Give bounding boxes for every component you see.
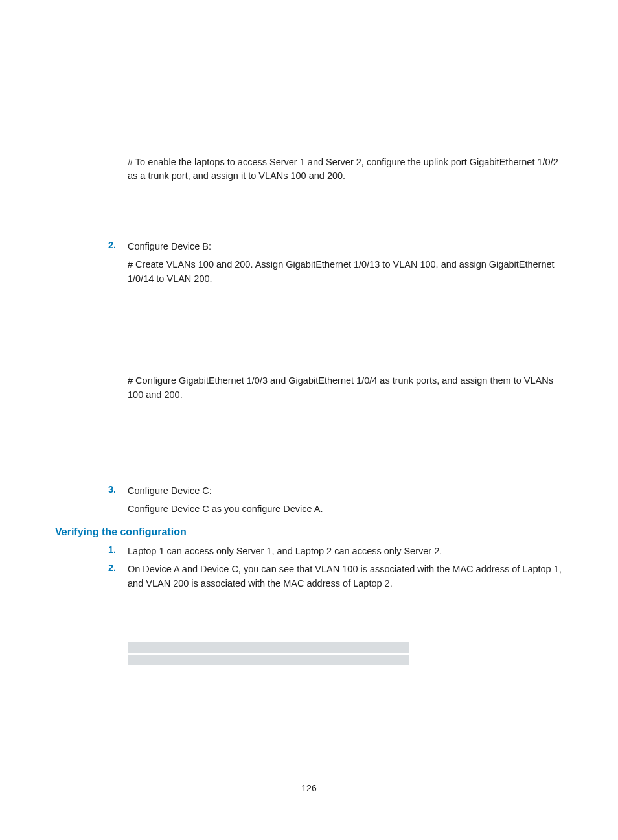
page-number: 126 (0, 783, 618, 793)
verify-2: 2. On Device A and Device C, you can see… (55, 563, 563, 591)
step-3: 3. Configure Device C: (55, 484, 563, 498)
step-number: 3. (55, 484, 128, 498)
section-heading: Verifying the configuration (55, 526, 563, 538)
step-2-paragraph-2: # Configure GigabitEthernet 1/0/3 and Gi… (128, 374, 563, 402)
document-page: # To enable the laptops to access Server… (0, 0, 618, 840)
step-3-paragraph-1: Configure Device C as you configure Devi… (128, 502, 563, 517)
verify-text: On Device A and Device C, you can see th… (128, 563, 563, 591)
step-number: 1. (55, 544, 128, 559)
step-title: Configure Device B: (128, 240, 563, 254)
step-number: 2. (55, 240, 128, 254)
paragraph: # To enable the laptops to access Server… (128, 156, 563, 183)
step-2: 2. Configure Device B: (55, 240, 563, 254)
step-title: Configure Device C: (128, 484, 563, 498)
step-2-paragraph-1: # Create VLANs 100 and 200. Assign Gigab… (128, 258, 563, 286)
verify-1: 1. Laptop 1 can access only Server 1, an… (55, 544, 563, 559)
step-number: 2. (55, 563, 128, 591)
verify-text: Laptop 1 can access only Server 1, and L… (128, 544, 563, 559)
redacted-bar (128, 655, 409, 665)
redacted-bar (128, 642, 409, 653)
